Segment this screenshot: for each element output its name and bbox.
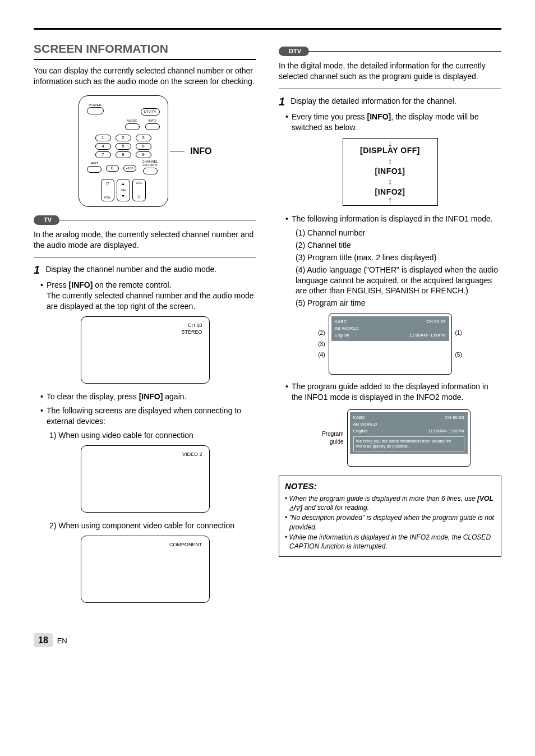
callout-4: (4) <box>318 351 325 359</box>
external-intro: The following screens are displayed when… <box>47 405 256 427</box>
ch-return-label: CHANNEL RETURN <box>141 160 160 167</box>
divider <box>279 89 501 89</box>
dtv-tv-button: DTV/TV <box>141 108 160 116</box>
info2-intro-bullet: The program guide added to the displayed… <box>285 381 501 403</box>
top-rule <box>34 28 501 30</box>
osd-audio-mode: STEREO <box>181 329 202 336</box>
info-callout: INFO <box>190 145 211 158</box>
remote-diagram: POWER DTV/TV AUDIO INFO <box>34 95 256 207</box>
osd2-ch-title: KABC <box>353 414 366 421</box>
tv-badge: TV <box>34 215 59 225</box>
remote-outline: POWER DTV/TV AUDIO INFO <box>79 95 168 207</box>
vol-rocker-2: VOL△ <box>132 179 146 201</box>
notes-heading: NOTES: <box>285 481 495 492</box>
step-number: 1 <box>279 96 285 107</box>
osd1-ch-num: CH 95-03 <box>426 319 445 325</box>
key-3: 3 <box>136 135 151 141</box>
dtv-step-1: 1 Display the detailed information for t… <box>279 96 501 107</box>
info2-osd-diagram: Program guide KABCCH 95-03 AB WORLD Engl… <box>279 406 501 470</box>
info1-item-5: (5) Program air time <box>296 298 501 308</box>
ext1-caption: 1) When using video cable for connection <box>49 430 256 441</box>
info1-item-2: (2) Channel title <box>296 240 501 251</box>
dtv-badge-row: DTV <box>279 47 501 56</box>
ch-label: CH <box>121 188 126 192</box>
cycle-info1: [INFO1] <box>347 166 434 177</box>
page-footer: 18 EN <box>34 633 501 648</box>
osd2-guide-text: We bring you the latest information from… <box>353 436 464 451</box>
ch-return-button <box>143 168 158 174</box>
external-intro-bullet: The following screens are displayed when… <box>40 405 256 427</box>
vol-rocker: ▽VOL <box>101 179 114 201</box>
osd2-prog-title: AB WORLD <box>353 421 377 428</box>
tv-step-1: 1 Display the channel number and the aud… <box>34 264 256 275</box>
video2-osd-screen: VIDEO 2 <box>81 445 210 513</box>
updown-arrow-icon: ↕ <box>347 157 434 165</box>
key-2: 2 <box>116 135 131 141</box>
info1-intro-bullet: The following information is displayed i… <box>285 214 501 224</box>
press-info-lead: Press [INFO] on the remote control. <box>47 280 172 289</box>
mode-cycle-diagram: ↓ [DISPLAY OFF] ↕ [INFO1] ↕ [INFO2] ↑ <box>343 138 438 206</box>
updown-arrow-icon: ↕ <box>347 178 434 186</box>
ch-rocker: ▲CH▼ <box>117 179 130 201</box>
intro-text: You can display the currently selected c… <box>34 66 256 87</box>
key-9: 9 <box>136 151 151 158</box>
note-3: • While the information is displayed in … <box>289 533 495 551</box>
osd1-air: 11:00AM- 1:00PM <box>409 332 445 339</box>
clear-text: To clear the display, press [INFO] again… <box>47 391 187 402</box>
key-4: 4 <box>95 143 111 150</box>
callout-line <box>170 151 185 151</box>
key-6: 6 <box>136 143 151 150</box>
press-info-body: The currently selected channel number an… <box>47 291 254 311</box>
step-body: Display the detailed information for the… <box>290 96 456 107</box>
info1-item-3: (3) Program title (max. 2 lines displaye… <box>296 252 501 263</box>
two-column-layout: SCREEN INFORMATION You can display the c… <box>34 41 501 611</box>
info2-intro: The program guide added to the displayed… <box>292 381 501 403</box>
key-7: 7 <box>95 151 111 158</box>
info2-osd: KABCCH 95-03 AB WORLD English11:00AM- 1:… <box>347 409 471 467</box>
osd1-ch-title: KABC <box>335 319 347 325</box>
power-label: POWER <box>87 103 104 107</box>
vol-label: VOL <box>104 196 110 199</box>
key-0: 0 <box>106 165 119 172</box>
power-button <box>87 107 104 114</box>
step-body: Display the channel number and the audio… <box>45 264 216 275</box>
plus100-button: +100 <box>123 165 136 172</box>
section-heading: SCREEN INFORMATION <box>34 41 256 60</box>
info1-item-4: (4) Audio language ("OTHER" is displayed… <box>296 265 501 297</box>
osd2-lang: English <box>353 428 368 435</box>
info-label: INFO <box>145 119 160 122</box>
component-osd-screen: COMPONENT <box>81 536 210 603</box>
clear-bullet: To clear the display, press [INFO] again… <box>40 391 256 402</box>
audio-button <box>125 123 140 130</box>
key-1: 1 <box>95 135 111 141</box>
dash-ent-label: -/ENT <box>87 162 102 165</box>
callout-5: (5) <box>455 351 462 359</box>
callout-3: (3) <box>318 340 325 348</box>
key-5: 5 <box>116 143 131 150</box>
callout-2: (2) <box>318 329 325 337</box>
divider <box>34 257 256 257</box>
arrow-up-icon: ↑ <box>388 194 393 206</box>
dtv-badge: DTV <box>279 47 309 56</box>
dash-ent-button <box>87 166 102 173</box>
tv-intro: In the analog mode, the currently select… <box>34 229 256 251</box>
info1-osd-diagram: (2) (3) (4) KABCCH 95-03 AB WORLD Englis… <box>279 310 501 378</box>
arrow-down-icon: ↓ <box>388 137 393 150</box>
press-info-bullet: Press [INFO] on the remote control. The … <box>40 280 256 312</box>
audio-label: AUDIO <box>125 119 140 122</box>
right-column: DTV In the digital mode, the detailed in… <box>279 41 501 611</box>
info1-item-1: (1) Channel number <box>296 228 501 238</box>
cycle-intro-bullet: Every time you press [INFO], the display… <box>285 112 501 133</box>
callout-1: (1) <box>455 329 462 337</box>
page-number: 18 <box>34 633 53 648</box>
step-number: 1 <box>34 264 40 275</box>
video2-label: VIDEO 2 <box>182 451 202 458</box>
vol-label-2: VOL <box>135 181 142 185</box>
badge-rule <box>308 51 501 52</box>
cycle-intro: Every time you press [INFO], the display… <box>292 112 501 133</box>
info1-list: (1) Channel number (2) Channel title (3)… <box>296 228 501 308</box>
key-8: 8 <box>116 151 131 158</box>
osd1-prog-title: AB WORLD <box>335 325 359 332</box>
ext2-caption: 2) When using component video cable for … <box>49 520 256 531</box>
tv-badge-row: TV <box>34 215 256 225</box>
